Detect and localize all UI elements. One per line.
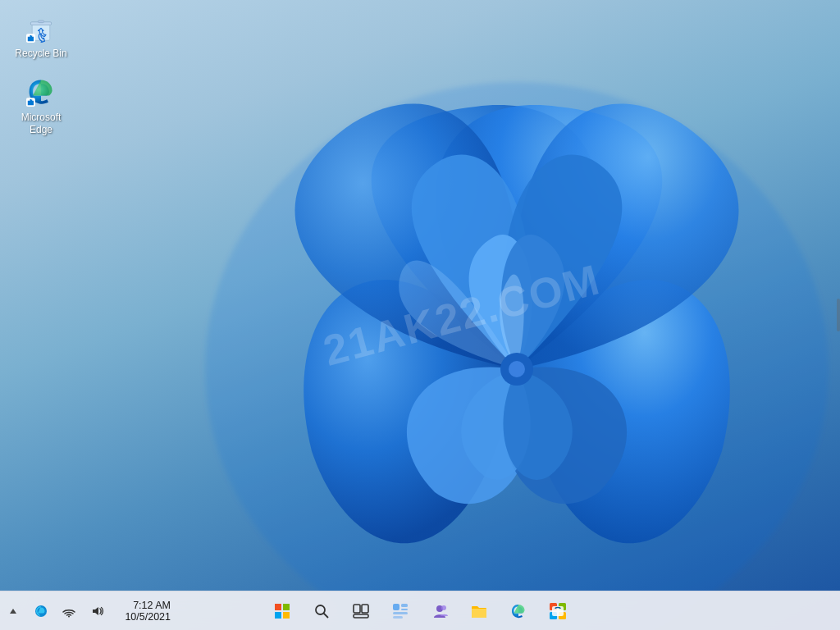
edge-label: Microsoft Edge bbox=[11, 112, 71, 137]
svg-rect-24 bbox=[393, 612, 408, 614]
svg-point-27 bbox=[441, 605, 446, 610]
search-button[interactable] bbox=[304, 593, 340, 629]
desktop-icons: Recycle Bin bbox=[8, 8, 74, 140]
svg-point-1 bbox=[500, 353, 533, 386]
widgets-button[interactable] bbox=[382, 593, 418, 629]
file-explorer-button[interactable] bbox=[461, 593, 497, 629]
tray-edge-icon[interactable] bbox=[28, 598, 54, 624]
svg-rect-22 bbox=[401, 604, 408, 607]
svg-marker-33 bbox=[10, 609, 16, 614]
task-view-button[interactable] bbox=[343, 593, 379, 629]
recycle-bin-label: Recycle Bin bbox=[15, 48, 66, 61]
tray-overflow-button[interactable] bbox=[0, 598, 26, 624]
scroll-indicator bbox=[837, 299, 840, 331]
chat-button[interactable] bbox=[422, 593, 458, 629]
svg-rect-13 bbox=[283, 604, 290, 610]
microsoft-edge-icon[interactable]: Microsoft Edge bbox=[8, 72, 74, 140]
svg-rect-21 bbox=[393, 604, 399, 610]
system-tray: 7:12 AM 10/5/2021 bbox=[0, 591, 184, 631]
svg-point-35 bbox=[68, 615, 70, 617]
desktop: 21AK22.COM bbox=[0, 0, 840, 630]
svg-rect-14 bbox=[275, 612, 281, 619]
taskbar-center bbox=[264, 593, 576, 629]
start-button[interactable] bbox=[264, 593, 300, 629]
network-icon[interactable] bbox=[56, 598, 82, 624]
svg-rect-12 bbox=[275, 604, 281, 610]
svg-point-0 bbox=[205, 82, 829, 630]
taskbar-edge-button[interactable] bbox=[500, 593, 536, 629]
store-button[interactable] bbox=[540, 593, 576, 629]
clock[interactable]: 7:12 AM 10/5/2021 bbox=[112, 593, 177, 629]
volume-icon[interactable] bbox=[84, 598, 110, 624]
svg-rect-20 bbox=[354, 614, 368, 618]
clock-time: 7:12 AM bbox=[133, 600, 171, 611]
recycle-bin-image bbox=[25, 11, 57, 44]
svg-rect-23 bbox=[401, 609, 408, 610]
taskbar: 7:12 AM 10/5/2021 bbox=[0, 591, 840, 630]
clock-date: 10/5/2021 bbox=[125, 611, 171, 623]
svg-line-17 bbox=[324, 613, 329, 618]
svg-rect-18 bbox=[354, 605, 360, 613]
svg-rect-19 bbox=[362, 605, 368, 613]
wallpaper bbox=[148, 41, 840, 630]
recycle-bin-icon[interactable]: Recycle Bin bbox=[8, 8, 74, 64]
svg-rect-5 bbox=[38, 21, 43, 23]
svg-point-16 bbox=[316, 605, 325, 614]
edge-image bbox=[25, 75, 57, 108]
svg-rect-15 bbox=[283, 612, 290, 619]
svg-point-2 bbox=[509, 361, 525, 377]
watermark: 21AK22.COM bbox=[318, 254, 605, 376]
svg-rect-25 bbox=[393, 616, 403, 619]
